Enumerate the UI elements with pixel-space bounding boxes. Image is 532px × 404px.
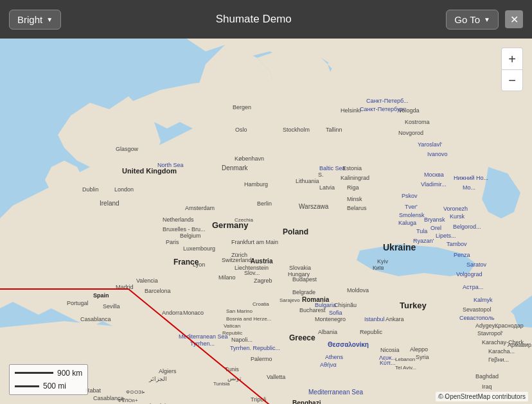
svg-text:Baltic Sea: Baltic Sea [319,165,346,171]
svg-text:Tripoli: Tripoli [251,396,266,403]
zoom-controls: + − [501,48,523,91]
svg-text:Novgorod: Novgorod [398,130,423,136]
svg-text:London: London [114,186,134,193]
svg-text:Netherlands: Netherlands [163,216,194,223]
svg-text:Tver': Tver' [405,204,418,210]
svg-text:Hamburg: Hamburg [244,181,268,188]
attribution-text: © OpenStreetMap contributors [438,393,526,400]
svg-text:Palermo: Palermo [251,356,272,362]
scale-bar-500mi [15,385,39,387]
titlebar: Bright ▼ Shumate Demo Go To ▼ ✕ [0,0,532,39]
svg-text:Belarus: Belarus [347,205,367,211]
svg-text:Kyiv: Kyiv [377,258,389,265]
svg-text:Moldova: Moldova [347,287,369,294]
svg-text:Pskov: Pskov [402,193,418,199]
svg-text:Lebanon: Lebanon [395,356,415,362]
svg-text:Lithuania: Lithuania [296,178,319,184]
attribution: © OpenStreetMap contributors [436,392,528,401]
svg-text:Chișinău: Chișinău [334,302,357,308]
svg-text:Санкт-Петерб...: Санкт-Петерб... [366,98,409,104]
svg-text:Voronezh: Voronezh [443,206,468,212]
svg-text:Stockholm: Stockholm [283,127,310,133]
svg-text:Tel Aviv...: Tel Aviv... [395,365,416,371]
svg-text:Sevastopol: Sevastopol [463,306,492,313]
svg-text:Athens: Athens [325,354,344,360]
zoom-out-button[interactable]: − [501,69,523,91]
map-background: United Kingdom Ireland Dublin London Gla… [0,39,532,404]
close-button[interactable]: ✕ [505,10,523,28]
svg-text:Amsterdam: Amsterdam [185,205,215,211]
svg-text:Helsinki: Helsinki [341,107,361,114]
svg-text:S.: S. [318,171,324,178]
svg-text:Bulgaria: Bulgaria [315,302,336,308]
svg-text:Napoli...: Napoli... [231,337,253,343]
svg-text:Нижний Но...: Нижний Но... [454,175,488,181]
svg-text:Bryansk: Bryansk [424,216,445,223]
svg-text:Casablanca: Casablanca [93,395,124,401]
svg-text:Bergen: Bergen [233,104,251,110]
svg-text:Армавир...: Армавир... [508,342,532,348]
svg-text:Albania: Albania [318,329,337,335]
goto-dropdown[interactable]: Go To ▼ [446,10,499,30]
svg-text:Montenegro: Montenegro [315,316,346,322]
svg-text:Αθήνα: Αθήνα [320,362,337,368]
svg-text:Zagreb: Zagreb [254,277,272,284]
svg-text:Ireland: Ireland [100,200,120,207]
svg-text:Hungary: Hungary [288,271,310,277]
svg-text:Θεσσαλονίκη: Θεσσαλονίκη [328,341,369,348]
svg-text:Austria: Austria [251,258,273,265]
svg-text:Ryazan': Ryazan' [413,238,434,244]
svg-text:Benghazi: Benghazi [292,400,321,404]
svg-text:Tunis: Tunis [225,366,239,373]
map-container[interactable]: United Kingdom Ireland Dublin London Gla… [0,39,532,404]
svg-text:Berlin: Berlin [257,200,272,207]
svg-text:Ivanovo: Ivanovo [427,151,448,157]
svg-text:Andorra: Andorra [162,310,182,316]
svg-text:Algiers: Algiers [159,368,177,374]
svg-text:Mediterranean Sea: Mediterranean Sea [308,389,363,396]
svg-text:Slov...: Slov... [244,270,260,276]
svg-text:Краснодар: Краснодар [495,322,524,329]
svg-text:Астра...: Астра... [463,284,483,290]
svg-text:Republic: Republic [222,330,242,336]
svg-text:Dublin: Dublin [82,186,99,193]
svg-text:Sarajevo: Sarajevo [279,297,300,303]
scale-bar-900km [15,372,53,374]
svg-text:Ф⊙ОЗI•: Ф⊙ОЗI• [126,389,145,395]
svg-text:Republic: Republic [360,329,383,335]
svg-text:Sevilla: Sevilla [103,303,120,310]
svg-text:Lipets...: Lipets... [436,233,456,239]
svg-text:Oslo: Oslo [235,127,247,133]
svg-text:Frankfurt am Main: Frankfurt am Main [231,239,278,245]
svg-text:Monaco: Monaco [183,310,204,316]
svg-text:Belgrade: Belgrade [292,289,315,295]
svg-text:Kaliningrad: Kaliningrad [341,175,369,181]
goto-label: Go To [454,14,480,25]
svg-text:Ukraine: Ukraine [383,242,416,252]
svg-text:Kalmyk: Kalmyk [474,297,493,303]
svg-text:Yaroslavl': Yaroslavl' [418,141,442,148]
svg-text:Slovakia: Slovakia [289,265,311,271]
scale-500mi-label: 500 mi [43,380,66,392]
svg-text:Bruxelles - Bru...: Bruxelles - Bru... [163,226,206,233]
svg-text:Севастополь: Севастополь [459,315,495,321]
svg-text:Mediterranean Sea: Mediterranean Sea [179,333,228,340]
svg-text:Istanbul: Istanbul [364,316,385,322]
svg-text:Kostroma: Kostroma [405,119,430,125]
svg-text:Lyon: Lyon [193,261,205,268]
svg-text:Barcelona: Barcelona [145,288,171,294]
svg-text:Tyrrhen...: Tyrrhen... [190,340,215,347]
svg-text:Baghdad: Baghdad [475,373,499,380]
zoom-in-button[interactable]: + [501,48,523,69]
svg-text:Luxembourg: Luxembourg [183,245,215,252]
svg-text:Karacha...: Karacha... [488,348,515,355]
theme-label: Bright [17,14,42,25]
svg-text:Milano: Milano [218,274,236,281]
svg-text:Minsk: Minsk [347,196,362,202]
svg-text:Riga: Riga [347,184,359,191]
scale-900km-label: 900 km [57,367,82,379]
svg-text:Nicosia: Nicosia [380,347,400,353]
svg-text:Saratov: Saratov [466,261,487,268]
theme-dropdown[interactable]: Bright ▼ [9,10,61,30]
svg-text:Stavropol': Stavropol' [477,330,503,337]
